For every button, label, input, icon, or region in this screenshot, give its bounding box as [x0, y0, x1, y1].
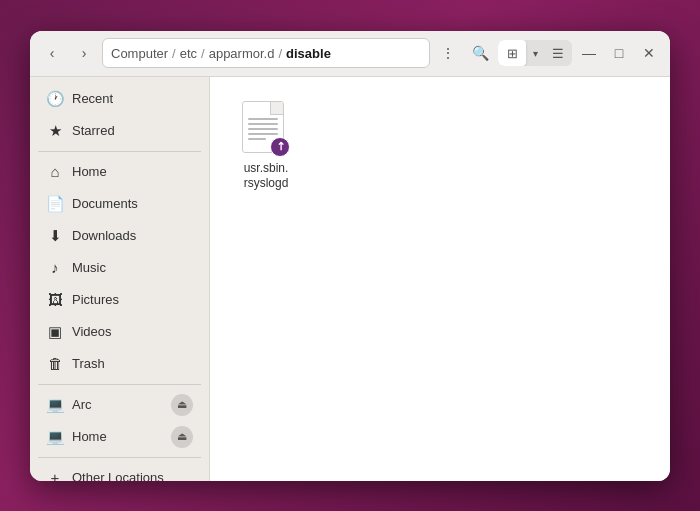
sidebar-item-home2[interactable]: 💻 Home ⏏: [34, 421, 205, 453]
sidebar-sep-2: [38, 384, 201, 385]
sidebar-item-downloads[interactable]: ⬇ Downloads: [34, 220, 205, 252]
sidebar-label-documents: Documents: [72, 196, 193, 211]
file-area: ↗ usr.sbin.rsyslogd: [210, 77, 670, 481]
file-grid: ↗ usr.sbin.rsyslogd: [226, 93, 654, 200]
sidebar-label-other-locations: Other Locations: [72, 470, 193, 481]
sidebar-label-arc: Arc: [72, 397, 163, 412]
maximize-button[interactable]: □: [606, 40, 632, 66]
sidebar-label-music: Music: [72, 260, 193, 275]
doc-line-1: [248, 118, 278, 120]
music-icon: ♪: [46, 259, 64, 276]
sidebar-label-videos: Videos: [72, 324, 193, 339]
sidebar-item-starred[interactable]: ★ Starred: [34, 115, 205, 147]
breadcrumb-apparmord[interactable]: apparmor.d: [209, 46, 275, 61]
sidebar-sep-1: [38, 151, 201, 152]
breadcrumb-disable[interactable]: disable: [286, 46, 331, 61]
sidebar-item-home[interactable]: ⌂ Home: [34, 156, 205, 188]
titlebar: ‹ › Computer / etc / apparmor.d / disabl…: [30, 31, 670, 77]
home-icon: ⌂: [46, 163, 64, 180]
arc-icon: 💻: [46, 396, 64, 414]
sidebar-label-home2: Home: [72, 429, 163, 444]
doc-line-3: [248, 128, 278, 130]
file-icon-wrapper: ↗: [242, 101, 290, 157]
videos-icon: ▣: [46, 323, 64, 341]
list-view-button[interactable]: ☰: [544, 40, 572, 66]
minimize-button[interactable]: —: [576, 40, 602, 66]
doc-line-2: [248, 123, 278, 125]
close-button[interactable]: ✕: [636, 40, 662, 66]
menu-button[interactable]: ⋮: [434, 39, 462, 67]
file-name-label: usr.sbin.rsyslogd: [244, 161, 289, 192]
sidebar-label-pictures: Pictures: [72, 292, 193, 307]
back-button[interactable]: ‹: [38, 39, 66, 67]
doc-line-4: [248, 133, 278, 135]
home2-icon: 💻: [46, 428, 64, 446]
symlink-badge: ↗: [270, 137, 290, 157]
sidebar-label-home: Home: [72, 164, 193, 179]
breadcrumb-etc[interactable]: etc: [180, 46, 197, 61]
starred-icon: ★: [46, 122, 64, 140]
window-controls: — □ ✕: [576, 40, 662, 66]
view-switcher: ⊞ ▾ ☰: [498, 40, 572, 66]
arc-eject-button[interactable]: ⏏: [171, 394, 193, 416]
file-manager-window: ‹ › Computer / etc / apparmor.d / disabl…: [30, 31, 670, 481]
file-item-usr-sbin-rsyslogd[interactable]: ↗ usr.sbin.rsyslogd: [226, 93, 306, 200]
recent-icon: 🕐: [46, 90, 64, 108]
doc-line-5: [248, 138, 266, 140]
sidebar: 🕐 Recent ★ Starred ⌂ Home 📄 Documents ⬇ …: [30, 77, 210, 481]
breadcrumb: Computer / etc / apparmor.d / disable: [102, 38, 430, 68]
symlink-arrow-icon: ↗: [272, 139, 288, 155]
sidebar-item-trash[interactable]: 🗑 Trash: [34, 348, 205, 380]
pictures-icon: 🖼: [46, 291, 64, 308]
other-locations-icon: +: [46, 469, 64, 481]
sidebar-item-pictures[interactable]: 🖼 Pictures: [34, 284, 205, 316]
sidebar-label-starred: Starred: [72, 123, 193, 138]
breadcrumb-sep-3: /: [278, 46, 282, 61]
sidebar-item-videos[interactable]: ▣ Videos: [34, 316, 205, 348]
sidebar-item-arc[interactable]: 💻 Arc ⏏: [34, 389, 205, 421]
sidebar-label-downloads: Downloads: [72, 228, 193, 243]
forward-button[interactable]: ›: [70, 39, 98, 67]
grid-view-button[interactable]: ⊞: [498, 40, 526, 66]
sidebar-item-other-locations[interactable]: + Other Locations: [34, 462, 205, 481]
breadcrumb-computer[interactable]: Computer: [111, 46, 168, 61]
view-chevron-button[interactable]: ▾: [526, 40, 544, 66]
sidebar-label-trash: Trash: [72, 356, 193, 371]
documents-icon: 📄: [46, 195, 64, 213]
sidebar-sep-3: [38, 457, 201, 458]
home2-eject-button[interactable]: ⏏: [171, 426, 193, 448]
downloads-icon: ⬇: [46, 227, 64, 245]
sidebar-item-recent[interactable]: 🕐 Recent: [34, 83, 205, 115]
breadcrumb-sep-1: /: [172, 46, 176, 61]
content-area: 🕐 Recent ★ Starred ⌂ Home 📄 Documents ⬇ …: [30, 77, 670, 481]
sidebar-item-music[interactable]: ♪ Music: [34, 252, 205, 284]
sidebar-item-documents[interactable]: 📄 Documents: [34, 188, 205, 220]
sidebar-label-recent: Recent: [72, 91, 193, 106]
search-button[interactable]: 🔍: [466, 39, 494, 67]
breadcrumb-sep-2: /: [201, 46, 205, 61]
trash-icon: 🗑: [46, 355, 64, 372]
